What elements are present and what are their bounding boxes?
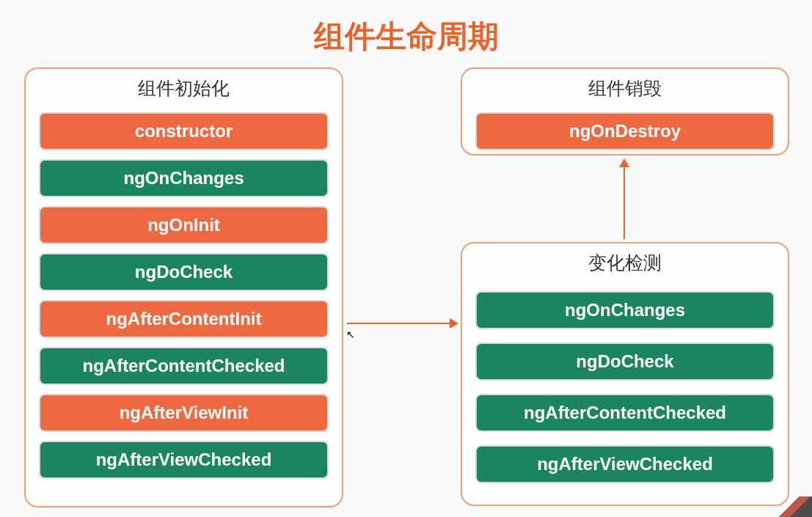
lifecycle-item: ngAfterContentChecked	[39, 347, 329, 385]
init-box: 组件初始化 constructor ngOnChanges ngOnInit n…	[24, 67, 343, 507]
lifecycle-item: ngAfterViewChecked	[475, 445, 775, 483]
lifecycle-item: ngOnChanges	[475, 291, 775, 329]
change-box-title: 变化检测	[462, 243, 788, 278]
corner-decoration-icon	[777, 496, 812, 517]
cursor-icon: ↖	[346, 329, 355, 340]
lifecycle-item: ngAfterViewInit	[39, 394, 329, 432]
init-box-title: 组件初始化	[26, 69, 342, 103]
lifecycle-item: ngDoCheck	[475, 342, 775, 381]
lifecycle-item: ngAfterViewChecked	[39, 441, 329, 479]
lifecycle-item: ngAfterContentChecked	[475, 394, 775, 432]
change-box: 变化检测 ngOnChanges ngDoCheck ngAfterConten…	[461, 242, 789, 506]
lifecycle-item: ngDoCheck	[39, 253, 329, 291]
lifecycle-item: ngAfterContentInit	[39, 300, 329, 338]
lifecycle-item: ngOnChanges	[39, 159, 329, 197]
arrow-change-to-destroy	[623, 160, 625, 239]
lifecycle-item: constructor	[39, 112, 329, 150]
page-title: 组件生命周期	[0, 0, 812, 65]
lifecycle-item: ngOnInit	[39, 206, 329, 244]
destroy-box-title: 组件销毁	[462, 69, 788, 103]
destroy-box: 组件销毁 ngOnDestroy	[461, 67, 789, 155]
arrow-init-to-change	[347, 323, 457, 324]
lifecycle-item: ngOnDestroy	[475, 112, 775, 150]
